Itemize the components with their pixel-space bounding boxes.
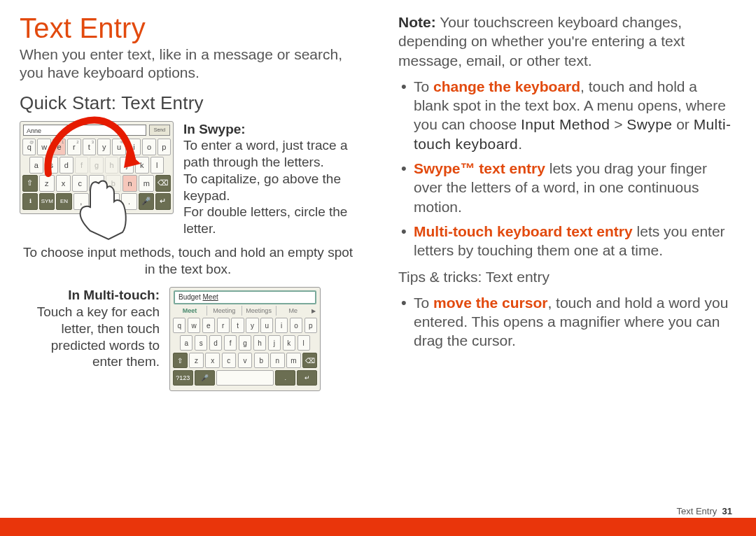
mt-space-key — [216, 370, 274, 386]
footer-section: Text Entry — [677, 506, 718, 516]
key-row-2: a s d f g h j k l — [22, 157, 171, 174]
key-f: f — [75, 157, 89, 174]
key-h: h — [105, 157, 119, 174]
key-g: g — [90, 157, 104, 174]
mt-backspace-key: ⌫ — [302, 353, 317, 368]
multitouch-line-1: Touch a key for each letter, then touch … — [20, 304, 160, 370]
swype-line-3: For double letters, circle the letter. — [183, 204, 356, 237]
mt-row-1: qwertyuiop — [170, 318, 320, 333]
mt-row-3: ⇧zxcvbnm⌫ — [170, 353, 320, 368]
note-body: Your touchscreen keyboard changes, depen… — [398, 14, 685, 69]
page-title: Text Entry — [20, 13, 356, 44]
key-b: b — [106, 175, 121, 192]
key-row-4: ℹ SYM EN , ⎵ . 🎤 ↵ — [22, 193, 171, 210]
key-l: l — [150, 157, 164, 174]
input-text-a: Budget — [178, 293, 202, 301]
suggestion-bar: Meet Meeting Meetings Me ▶ — [170, 306, 320, 318]
mt-shift-key: ⇧ — [173, 353, 188, 368]
swype-block: Anne Send q@ w e1 r2 t3 y u% i o p — [20, 121, 356, 237]
key-k: k — [135, 157, 149, 174]
key-j: j — [120, 157, 134, 174]
key-s: s — [45, 157, 59, 174]
suggestion-1: Meet — [173, 306, 207, 316]
key-a: a — [29, 157, 43, 174]
key-v: v — [89, 175, 104, 192]
shift-key: ⇧ — [22, 175, 38, 192]
key-x: x — [56, 175, 71, 192]
key-t: t3 — [83, 139, 96, 155]
period-key: . — [121, 193, 136, 210]
key-p: p — [158, 139, 171, 155]
key-row-3: ⇧ z x c v b n m ⌫ — [22, 175, 171, 192]
suggestion-more-icon: ▶ — [310, 308, 317, 314]
swype-input: Anne — [23, 125, 146, 136]
send-button-illustration: Send — [149, 125, 170, 136]
tips-heading: Tips & tricks: Text entry — [398, 267, 735, 286]
swype-line-1: To enter a word, just trace a path throu… — [183, 137, 356, 171]
multitouch-block: In Multi-touch: Touch a key for each let… — [20, 287, 356, 391]
mt-mic-key: 🎤 — [195, 370, 215, 386]
comma-key: , — [74, 193, 89, 210]
key-e: e1 — [52, 139, 66, 155]
input-method-note: To choose input methods, touch and hold … — [20, 244, 356, 278]
key-y: y — [97, 139, 111, 155]
key-u: u% — [112, 139, 125, 155]
footer-bar — [0, 518, 756, 536]
suggestion-2: Meeting — [207, 306, 241, 316]
note-label: Note: — [398, 14, 436, 30]
enter-key: ↵ — [155, 193, 171, 210]
key-i: i — [127, 139, 141, 155]
swype-keyboard-illustration: Anne Send q@ w e1 r2 t3 y u% i o p — [20, 121, 174, 214]
intro-text: When you enter text, like in a message o… — [20, 45, 356, 83]
note-paragraph: Note: Your touchscreen keyboard changes,… — [398, 13, 735, 70]
key-c: c — [72, 175, 88, 192]
mt-enter-key: ↵ — [297, 370, 317, 386]
key-w: w — [37, 139, 50, 155]
bullet-swype-entry: Swype™ text entry lets you drag your fin… — [398, 159, 735, 216]
key-o: o — [142, 139, 155, 155]
bullet-multitouch-entry: Multi-touch keyboard text entry lets you… — [398, 222, 735, 260]
lang-key: EN — [56, 193, 71, 210]
key-r: r2 — [67, 139, 80, 155]
key-d: d — [59, 157, 74, 174]
sym-key: SYM — [39, 193, 55, 210]
mt-numeric-key: ?123 — [173, 370, 193, 386]
multitouch-input: Budget Meet — [174, 290, 316, 304]
mt-row-4: ?123 🎤 . ↵ — [170, 370, 320, 388]
suggestion-4: Me — [276, 306, 310, 316]
backspace-key: ⌫ — [155, 175, 171, 192]
bullet-change-keyboard: To change the keyboard, touch and hold a… — [398, 77, 735, 153]
multitouch-keyboard-illustration: Budget Meet Meet Meeting Meetings Me ▶ q… — [169, 287, 321, 391]
mt-row-2: asdfghjkl — [170, 335, 320, 351]
footer-page-number: 31 — [722, 506, 732, 516]
mic-key: 🎤 — [139, 193, 154, 210]
key-row-1: q@ w e1 r2 t3 y u% i o p — [22, 139, 171, 155]
info-key: ℹ — [22, 193, 38, 210]
mt-period-key: . — [275, 370, 295, 386]
key-z: z — [39, 175, 55, 192]
suggestion-3: Meetings — [242, 306, 276, 316]
swype-label: In Swype: — [183, 122, 246, 136]
multitouch-label: In Multi-touch: — [68, 288, 160, 302]
input-text-b: Meet — [202, 293, 218, 301]
quickstart-heading: Quick Start: Text Entry — [20, 92, 356, 114]
key-m: m — [139, 175, 154, 192]
page-number: Text Entry 31 — [677, 506, 733, 516]
tip-move-cursor: To move the cursor, touch and hold a wor… — [398, 293, 735, 351]
space-key: ⎵ — [90, 193, 120, 210]
key-n: n — [122, 175, 138, 192]
swype-line-2: To capitalize, go above the keypad. — [183, 171, 356, 204]
key-q: q@ — [22, 139, 36, 155]
